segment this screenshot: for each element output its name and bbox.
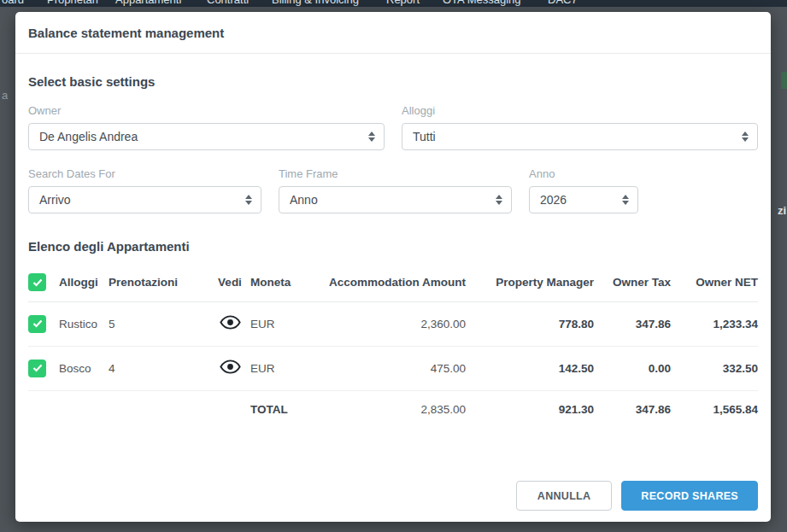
select-stepper-icon xyxy=(245,195,252,205)
balance-statement-modal: Balance statement management Select basi… xyxy=(15,12,771,522)
anno-select[interactable]: 2026 xyxy=(529,186,638,213)
total-owner-net: 1,565.84 xyxy=(671,390,758,428)
nav-item-billing[interactable]: Billing & Invoicing xyxy=(272,0,359,6)
col-header-accommodation-amount: Accommodation Amount xyxy=(312,264,466,301)
modal-title: Balance statement management xyxy=(28,26,758,40)
col-header-prenotazioni: Prenotazioni xyxy=(109,264,209,301)
select-all-checkbox[interactable] xyxy=(28,273,46,291)
background-green-sliver xyxy=(781,72,787,89)
anno-select-value: 2026 xyxy=(540,193,615,207)
modal-header: Balance statement management xyxy=(15,12,771,54)
nav-item-dac7[interactable]: DAC7 xyxy=(548,0,578,6)
table-total-row: TOTAL 2,835.00 921.30 347.86 1,565.84 xyxy=(28,390,758,428)
cell-moneta: EUR xyxy=(250,301,312,346)
search-dates-select[interactable]: Arrivo xyxy=(28,186,261,213)
time-frame-label: Time Frame xyxy=(279,167,512,180)
cell-property-manager: 778.80 xyxy=(466,301,594,346)
view-eye-icon[interactable] xyxy=(220,315,241,330)
cell-accommodation-amount: 2,360.00 xyxy=(312,301,466,346)
col-header-alloggi: Alloggi xyxy=(59,264,109,301)
view-eye-icon[interactable] xyxy=(220,360,241,374)
nav-item-proprietari[interactable]: Proprietari xyxy=(47,0,98,6)
nav-item-ota-messaging[interactable]: OTA Messaging xyxy=(443,0,521,6)
alloggi-label: Alloggi xyxy=(402,104,758,117)
anno-label: Anno xyxy=(529,167,638,180)
select-stepper-icon xyxy=(368,132,375,142)
cancel-button[interactable]: ANNULLA xyxy=(516,481,613,511)
col-header-owner-net: Owner NET xyxy=(671,264,758,301)
cell-owner-net: 1,233.34 xyxy=(671,301,758,346)
background-text-fragment-left: a xyxy=(2,89,8,102)
cell-owner-tax: 0.00 xyxy=(594,346,671,390)
apartments-list-heading: Elenco degli Appartamenti xyxy=(28,239,758,254)
cell-moneta: EUR xyxy=(250,346,312,390)
table-row: Rustico 5 EUR 2,360.00 778.80 347.86 1,2… xyxy=(28,301,758,346)
cell-prenotazioni: 5 xyxy=(109,301,209,346)
cell-property-manager: 142.50 xyxy=(466,346,594,390)
alloggi-select[interactable]: Tutti xyxy=(402,123,758,150)
record-shares-button[interactable]: RECORD SHARES xyxy=(621,481,758,511)
top-navbar: oard Proprietari Appartamenti Contratti … xyxy=(0,0,787,7)
search-dates-label: Search Dates For xyxy=(28,167,261,180)
cell-owner-tax: 347.86 xyxy=(594,301,671,346)
background-text-fragment-right: zi xyxy=(778,204,786,217)
col-header-vedi: Vedi xyxy=(209,264,250,301)
select-stepper-icon xyxy=(742,132,749,142)
total-property-manager: 921.30 xyxy=(466,390,594,428)
time-frame-select[interactable]: Anno xyxy=(279,186,512,213)
time-frame-select-value: Anno xyxy=(290,193,489,207)
cell-prenotazioni: 4 xyxy=(109,346,209,390)
col-header-owner-tax: Owner Tax xyxy=(594,264,671,301)
total-accommodation-amount: 2,835.00 xyxy=(312,390,466,428)
col-header-property-manager: Property Manager xyxy=(466,264,594,301)
settings-heading: Select basic settings xyxy=(28,74,758,89)
total-label: TOTAL xyxy=(250,390,312,428)
nav-item-appartamenti[interactable]: Appartamenti xyxy=(115,0,181,6)
cell-owner-net: 332.50 xyxy=(671,346,758,390)
cell-alloggi: Rustico xyxy=(59,301,109,346)
nav-item-report[interactable]: Report xyxy=(386,0,420,6)
total-owner-tax: 347.86 xyxy=(594,390,671,428)
row-checkbox[interactable] xyxy=(28,315,46,333)
col-header-moneta: Moneta xyxy=(250,264,312,301)
alloggi-select-value: Tutti xyxy=(413,130,735,143)
select-stepper-icon xyxy=(622,195,629,205)
modal-footer: ANNULLA RECORD SHARES xyxy=(15,481,771,522)
owner-select-value: De Angelis Andrea xyxy=(39,130,361,143)
select-stepper-icon xyxy=(496,195,502,205)
cell-accommodation-amount: 475.00 xyxy=(312,346,466,390)
cell-alloggi: Bosco xyxy=(59,346,109,390)
owner-select[interactable]: De Angelis Andrea xyxy=(28,123,385,150)
owner-label: Owner xyxy=(28,104,385,117)
table-row: Bosco 4 EUR 475.00 142.50 0.00 332.50 xyxy=(28,346,758,390)
nav-item-contratti[interactable]: Contratti xyxy=(207,0,249,6)
row-checkbox[interactable] xyxy=(28,360,46,377)
table-header-row: Alloggi Prenotazioni Vedi Moneta Accommo… xyxy=(28,264,758,301)
nav-item-dashboard[interactable]: oard xyxy=(2,0,24,6)
modal-body: Select basic settings Owner De Angelis A… xyxy=(15,54,771,481)
apartments-table: Alloggi Prenotazioni Vedi Moneta Accommo… xyxy=(28,264,758,428)
search-dates-select-value: Arrivo xyxy=(39,193,238,207)
